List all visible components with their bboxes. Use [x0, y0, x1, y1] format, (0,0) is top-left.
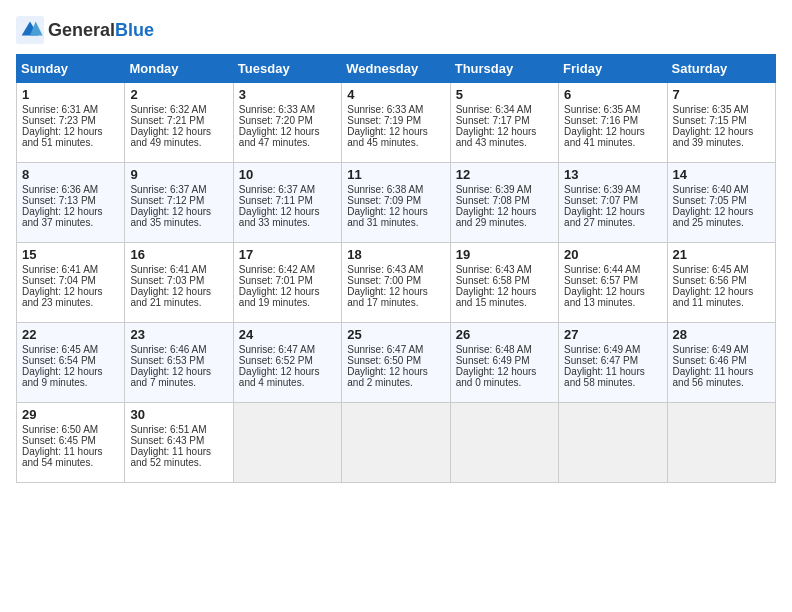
sunrise: Sunrise: 6:41 AM	[22, 264, 98, 275]
sunset: Sunset: 6:58 PM	[456, 275, 530, 286]
table-cell: 6Sunrise: 6:35 AMSunset: 7:16 PMDaylight…	[559, 83, 667, 163]
sunset: Sunset: 6:54 PM	[22, 355, 96, 366]
table-cell: 25Sunrise: 6:47 AMSunset: 6:50 PMDayligh…	[342, 323, 450, 403]
logo-blue: Blue	[115, 20, 154, 40]
day-number: 10	[239, 167, 336, 182]
day-number: 6	[564, 87, 661, 102]
daylight-label: Daylight: 12 hours and 13 minutes.	[564, 286, 645, 308]
daylight-label: Daylight: 12 hours and 23 minutes.	[22, 286, 103, 308]
sunset: Sunset: 6:46 PM	[673, 355, 747, 366]
daylight-label: Daylight: 12 hours and 37 minutes.	[22, 206, 103, 228]
table-cell	[559, 403, 667, 483]
sunset: Sunset: 7:23 PM	[22, 115, 96, 126]
sunset: Sunset: 6:57 PM	[564, 275, 638, 286]
sunrise: Sunrise: 6:33 AM	[239, 104, 315, 115]
sunrise: Sunrise: 6:45 AM	[673, 264, 749, 275]
sunset: Sunset: 6:43 PM	[130, 435, 204, 446]
day-number: 22	[22, 327, 119, 342]
daylight-label: Daylight: 12 hours and 0 minutes.	[456, 366, 537, 388]
daylight-label: Daylight: 12 hours and 43 minutes.	[456, 126, 537, 148]
calendar-table: Sunday Monday Tuesday Wednesday Thursday…	[16, 54, 776, 483]
day-number: 1	[22, 87, 119, 102]
daylight-label: Daylight: 12 hours and 39 minutes.	[673, 126, 754, 148]
table-cell: 12Sunrise: 6:39 AMSunset: 7:08 PMDayligh…	[450, 163, 558, 243]
daylight-label: Daylight: 12 hours and 29 minutes.	[456, 206, 537, 228]
sunset: Sunset: 7:20 PM	[239, 115, 313, 126]
table-cell: 8Sunrise: 6:36 AMSunset: 7:13 PMDaylight…	[17, 163, 125, 243]
sunrise: Sunrise: 6:32 AM	[130, 104, 206, 115]
sunrise: Sunrise: 6:46 AM	[130, 344, 206, 355]
col-tuesday: Tuesday	[233, 55, 341, 83]
day-number: 15	[22, 247, 119, 262]
day-number: 3	[239, 87, 336, 102]
table-cell: 17Sunrise: 6:42 AMSunset: 7:01 PMDayligh…	[233, 243, 341, 323]
table-cell: 4Sunrise: 6:33 AMSunset: 7:19 PMDaylight…	[342, 83, 450, 163]
sunset: Sunset: 7:21 PM	[130, 115, 204, 126]
day-number: 17	[239, 247, 336, 262]
sunset: Sunset: 7:09 PM	[347, 195, 421, 206]
sunrise: Sunrise: 6:39 AM	[456, 184, 532, 195]
daylight-label: Daylight: 12 hours and 33 minutes.	[239, 206, 320, 228]
sunset: Sunset: 7:17 PM	[456, 115, 530, 126]
sunset: Sunset: 6:50 PM	[347, 355, 421, 366]
daylight-label: Daylight: 11 hours and 56 minutes.	[673, 366, 754, 388]
daylight-label: Daylight: 12 hours and 9 minutes.	[22, 366, 103, 388]
day-number: 12	[456, 167, 553, 182]
day-number: 28	[673, 327, 770, 342]
sunrise: Sunrise: 6:40 AM	[673, 184, 749, 195]
table-cell: 9Sunrise: 6:37 AMSunset: 7:12 PMDaylight…	[125, 163, 233, 243]
sunset: Sunset: 6:52 PM	[239, 355, 313, 366]
sunrise: Sunrise: 6:38 AM	[347, 184, 423, 195]
table-cell: 28Sunrise: 6:49 AMSunset: 6:46 PMDayligh…	[667, 323, 775, 403]
day-number: 14	[673, 167, 770, 182]
sunset: Sunset: 6:47 PM	[564, 355, 638, 366]
daylight-label: Daylight: 11 hours and 54 minutes.	[22, 446, 103, 468]
daylight-label: Daylight: 12 hours and 51 minutes.	[22, 126, 103, 148]
sunset: Sunset: 7:11 PM	[239, 195, 313, 206]
col-friday: Friday	[559, 55, 667, 83]
sunrise: Sunrise: 6:44 AM	[564, 264, 640, 275]
table-cell: 15Sunrise: 6:41 AMSunset: 7:04 PMDayligh…	[17, 243, 125, 323]
table-cell: 19Sunrise: 6:43 AMSunset: 6:58 PMDayligh…	[450, 243, 558, 323]
daylight-label: Daylight: 12 hours and 15 minutes.	[456, 286, 537, 308]
table-cell: 20Sunrise: 6:44 AMSunset: 6:57 PMDayligh…	[559, 243, 667, 323]
sunrise: Sunrise: 6:48 AM	[456, 344, 532, 355]
sunset: Sunset: 7:07 PM	[564, 195, 638, 206]
table-cell: 23Sunrise: 6:46 AMSunset: 6:53 PMDayligh…	[125, 323, 233, 403]
sunset: Sunset: 6:49 PM	[456, 355, 530, 366]
day-number: 30	[130, 407, 227, 422]
sunset: Sunset: 7:19 PM	[347, 115, 421, 126]
sunrise: Sunrise: 6:47 AM	[239, 344, 315, 355]
table-cell: 27Sunrise: 6:49 AMSunset: 6:47 PMDayligh…	[559, 323, 667, 403]
sunset: Sunset: 6:56 PM	[673, 275, 747, 286]
logo: GeneralBlue	[16, 16, 154, 44]
sunset: Sunset: 7:16 PM	[564, 115, 638, 126]
sunrise: Sunrise: 6:43 AM	[347, 264, 423, 275]
day-number: 9	[130, 167, 227, 182]
sunrise: Sunrise: 6:37 AM	[130, 184, 206, 195]
daylight-label: Daylight: 12 hours and 31 minutes.	[347, 206, 428, 228]
sunrise: Sunrise: 6:36 AM	[22, 184, 98, 195]
daylight-label: Daylight: 12 hours and 4 minutes.	[239, 366, 320, 388]
daylight-label: Daylight: 11 hours and 52 minutes.	[130, 446, 211, 468]
sunrise: Sunrise: 6:42 AM	[239, 264, 315, 275]
day-number: 18	[347, 247, 444, 262]
sunrise: Sunrise: 6:34 AM	[456, 104, 532, 115]
daylight-label: Daylight: 12 hours and 21 minutes.	[130, 286, 211, 308]
day-number: 16	[130, 247, 227, 262]
col-thursday: Thursday	[450, 55, 558, 83]
sunrise: Sunrise: 6:49 AM	[564, 344, 640, 355]
daylight-label: Daylight: 12 hours and 45 minutes.	[347, 126, 428, 148]
sunrise: Sunrise: 6:35 AM	[673, 104, 749, 115]
sunrise: Sunrise: 6:50 AM	[22, 424, 98, 435]
sunset: Sunset: 7:05 PM	[673, 195, 747, 206]
table-cell: 5Sunrise: 6:34 AMSunset: 7:17 PMDaylight…	[450, 83, 558, 163]
daylight-label: Daylight: 12 hours and 49 minutes.	[130, 126, 211, 148]
daylight-label: Daylight: 12 hours and 27 minutes.	[564, 206, 645, 228]
sunset: Sunset: 7:01 PM	[239, 275, 313, 286]
day-number: 26	[456, 327, 553, 342]
table-cell	[342, 403, 450, 483]
table-cell: 24Sunrise: 6:47 AMSunset: 6:52 PMDayligh…	[233, 323, 341, 403]
table-cell: 22Sunrise: 6:45 AMSunset: 6:54 PMDayligh…	[17, 323, 125, 403]
table-cell: 13Sunrise: 6:39 AMSunset: 7:07 PMDayligh…	[559, 163, 667, 243]
